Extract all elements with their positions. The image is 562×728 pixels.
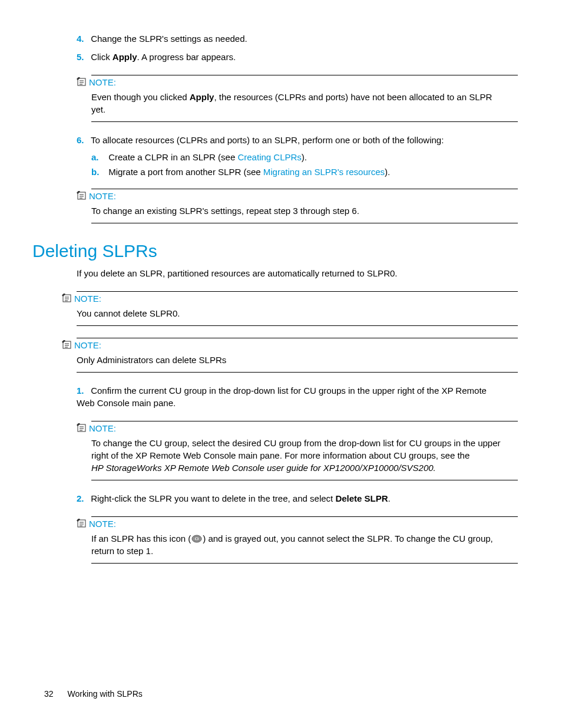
divider — [91, 75, 518, 75]
step-5: 5. Click Apply. A progress bar appears. — [77, 51, 503, 63]
delete-step-2: 2. Right-click the SLPR you want to dele… — [77, 492, 503, 505]
svg-point-8 — [196, 538, 197, 539]
sub-step-a: a. Create a CLPR in an SLPR (see Creatin… — [91, 152, 503, 162]
divider — [91, 421, 518, 421]
section-intro: If you delete an SLPR, partitioned resou… — [77, 267, 503, 279]
delete-steps-list: 2. Right-click the SLPR you want to dele… — [77, 492, 503, 505]
note-icon — [77, 423, 87, 433]
divider — [91, 480, 518, 480]
note-icon — [77, 191, 87, 200]
divider — [77, 338, 518, 338]
slpr-locked-icon — [191, 533, 203, 544]
step-text: Click Apply. A progress bar appears. — [91, 52, 236, 62]
step-number: 2. — [77, 493, 88, 503]
divider — [91, 563, 518, 564]
divider — [91, 121, 518, 122]
note-header: NOTE: — [77, 191, 503, 201]
note-body: Only Administrators can delete SLPRs — [77, 354, 503, 366]
divider — [91, 189, 518, 189]
page-footer: 32 Working with SLPRs — [44, 689, 143, 699]
note-header: NOTE: — [77, 77, 503, 87]
note-label: NOTE: — [89, 423, 116, 433]
note-body: To change an existing SLPR's settings, r… — [91, 205, 503, 217]
note-body: Even though you clicked Apply, the resou… — [91, 91, 503, 116]
step-4: 4. Change the SLPR's settings as needed. — [77, 32, 503, 45]
step-text: Change the SLPR's settings as needed. — [91, 34, 247, 44]
continued-steps-list: 4. Change the SLPR's settings as needed.… — [77, 32, 503, 63]
sub-step-alpha: a. — [91, 152, 106, 162]
delete-steps-list: 1. Confirm the current CU group in the d… — [77, 384, 503, 409]
note-box: NOTE: If an SLPR has this icon () and is… — [77, 516, 503, 564]
note-box: NOTE: Only Administrators can delete SLP… — [62, 338, 503, 373]
section-heading: Deleting SLPRs — [32, 241, 503, 261]
link-creating-clprs[interactable]: Creating CLPRs — [237, 152, 301, 162]
note-box: NOTE: Even though you clicked Apply, the… — [77, 75, 503, 122]
note-body: To change the CU group, select the desir… — [91, 437, 503, 474]
step-number: 6. — [77, 135, 88, 145]
step-6: 6. To allocate resources (CLPRs and port… — [77, 134, 503, 177]
note-header: NOTE: — [62, 294, 503, 304]
note-header: NOTE: — [77, 423, 503, 433]
sub-step-alpha: b. — [91, 167, 106, 177]
note-label: NOTE: — [89, 77, 116, 87]
page-number: 32 — [44, 689, 54, 699]
divider — [91, 223, 518, 223]
note-body: You cannot delete SLPR0. — [77, 307, 503, 319]
step-number: 1. — [77, 386, 88, 396]
note-icon — [77, 77, 87, 87]
step-text: Right-click the SLPR you want to delete … — [91, 493, 391, 503]
sub-step-b: b. Migrate a port from another SLPR (see… — [91, 167, 503, 177]
note-label: NOTE: — [89, 519, 116, 529]
note-header: NOTE: — [77, 519, 503, 529]
note-header: NOTE: — [62, 340, 503, 350]
sub-steps-list: a. Create a CLPR in an SLPR (see Creatin… — [91, 152, 503, 177]
note-label: NOTE: — [74, 294, 101, 304]
delete-step-1: 1. Confirm the current CU group in the d… — [77, 384, 503, 409]
reference-title: HP StorageWorks XP Remote Web Console us… — [91, 463, 436, 473]
link-migrating-resources[interactable]: Migrating an SLPR's resources — [263, 167, 385, 177]
divider — [91, 516, 518, 517]
note-box: NOTE: To change an existing SLPR's setti… — [77, 189, 503, 223]
document-page: 4. Change the SLPR's settings as needed.… — [0, 0, 562, 728]
continued-steps-list: 6. To allocate resources (CLPRs and port… — [77, 134, 503, 177]
note-icon — [62, 340, 72, 350]
note-box: NOTE: To change the CU group, select the… — [77, 421, 503, 480]
note-body: If an SLPR has this icon () and is graye… — [91, 532, 503, 557]
note-icon — [77, 519, 87, 528]
footer-title: Working with SLPRs — [67, 689, 142, 699]
divider — [77, 291, 518, 292]
divider — [77, 372, 518, 373]
note-icon — [62, 294, 72, 303]
note-label: NOTE: — [89, 191, 116, 201]
step-number: 5. — [77, 52, 88, 62]
step-number: 4. — [77, 34, 88, 44]
step-text: To allocate resources (CLPRs and ports) … — [91, 135, 444, 145]
note-box: NOTE: You cannot delete SLPR0. — [62, 291, 503, 326]
step-text: Confirm the current CU group in the drop… — [77, 386, 487, 408]
divider — [77, 325, 518, 326]
note-label: NOTE: — [74, 340, 101, 350]
